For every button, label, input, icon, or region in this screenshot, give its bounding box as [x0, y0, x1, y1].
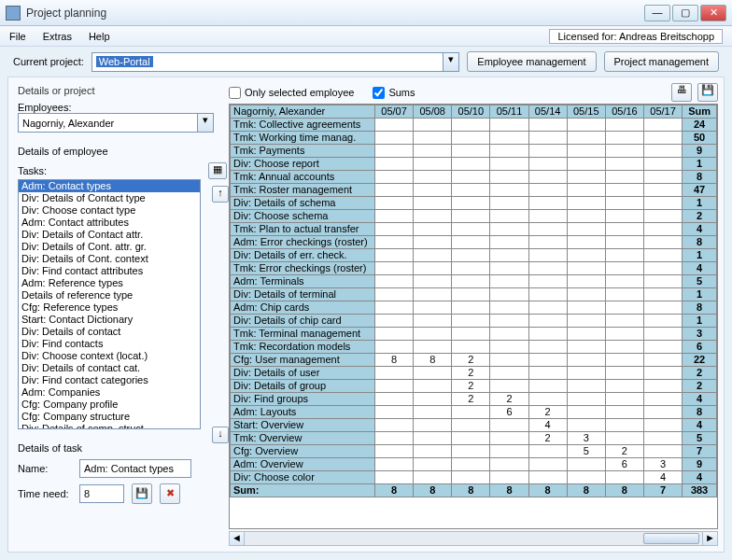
grid-cell[interactable] [643, 315, 682, 328]
grid-cell[interactable] [567, 249, 605, 262]
employee-management-button[interactable]: Employee management [467, 51, 596, 72]
grid-cell[interactable]: 5 [567, 445, 605, 458]
time-need-input[interactable] [79, 484, 124, 503]
grid-cell[interactable] [375, 223, 414, 236]
grid-cell[interactable]: 2 [452, 354, 490, 367]
grid-cell[interactable] [452, 275, 490, 288]
grid-cell[interactable] [452, 249, 490, 262]
grid-cell[interactable] [528, 288, 567, 301]
grid-cell[interactable] [414, 301, 452, 315]
grid-cell[interactable] [452, 171, 490, 184]
grid-cell[interactable] [528, 393, 567, 406]
grid-cell[interactable] [643, 223, 682, 236]
grid-cell[interactable] [567, 223, 605, 236]
grid-cell[interactable] [375, 158, 414, 171]
grid-cell[interactable] [605, 341, 643, 354]
task-item[interactable]: Adm: Companies [19, 386, 200, 399]
grid-cell[interactable] [643, 236, 682, 249]
grid-cell[interactable] [567, 275, 605, 288]
scroll-thumb[interactable] [643, 533, 699, 544]
grid-cell[interactable] [605, 471, 643, 484]
grid-cell[interactable] [643, 158, 682, 171]
grid-cell[interactable] [490, 210, 528, 223]
grid-cell[interactable] [375, 471, 414, 484]
grid-cell[interactable] [452, 328, 490, 341]
task-item[interactable]: Details of reference type [19, 289, 200, 301]
grid-cell[interactable] [375, 275, 414, 288]
grid-cell[interactable] [375, 419, 414, 432]
task-item[interactable]: Cfg: Company structure [19, 411, 200, 423]
grid-cell[interactable] [528, 315, 567, 328]
grid-cell[interactable] [528, 119, 567, 132]
grid-cell[interactable] [414, 210, 452, 223]
save-grid-button[interactable]: 💾 [697, 83, 718, 102]
grid-cell[interactable] [375, 184, 414, 197]
grid-cell[interactable] [452, 432, 490, 445]
grid-cell[interactable] [643, 288, 682, 301]
grid-cell[interactable] [375, 328, 414, 341]
grid-cell[interactable] [643, 184, 682, 197]
grid-cell[interactable] [528, 380, 567, 393]
grid-cell[interactable] [528, 210, 567, 223]
grid-cell[interactable] [528, 171, 567, 184]
grid-cell[interactable] [452, 236, 490, 249]
grid-cell[interactable] [452, 119, 490, 132]
grid-cell[interactable] [605, 236, 643, 249]
grid-cell[interactable] [643, 328, 682, 341]
grid-cell[interactable] [414, 471, 452, 484]
grid-cell[interactable] [605, 223, 643, 236]
grid-cell[interactable] [414, 288, 452, 301]
save-task-button[interactable]: 💾 [132, 483, 152, 504]
grid-cell[interactable] [528, 132, 567, 145]
grid-cell[interactable] [414, 458, 452, 471]
grid-cell[interactable] [528, 354, 567, 367]
maximize-button[interactable]: ▢ [672, 5, 698, 21]
grid-cell[interactable] [414, 380, 452, 393]
grid-cell[interactable] [528, 249, 567, 262]
grid-cell[interactable] [490, 341, 528, 354]
grid-cell[interactable] [490, 432, 528, 445]
grid-cell[interactable] [528, 445, 567, 458]
grid-cell[interactable]: 4 [528, 419, 567, 432]
grid-cell[interactable] [567, 406, 605, 419]
grid-cell[interactable] [414, 393, 452, 406]
grid-cell[interactable] [528, 223, 567, 236]
grid-cell[interactable] [643, 445, 682, 458]
grid-cell[interactable] [490, 380, 528, 393]
grid-cell[interactable] [490, 419, 528, 432]
scroll-right-button[interactable]: ► [702, 532, 717, 545]
task-item[interactable]: Div: Details of contact cat. [19, 362, 200, 374]
grid-cell[interactable] [605, 184, 643, 197]
grid-cell[interactable] [567, 380, 605, 393]
grid-cell[interactable] [605, 132, 643, 145]
grid-cell[interactable] [605, 145, 643, 158]
grid-cell[interactable] [490, 236, 528, 249]
menu-extras[interactable]: Extras [43, 31, 72, 42]
grid-cell[interactable] [605, 393, 643, 406]
grid-cell[interactable] [375, 210, 414, 223]
project-management-button[interactable]: Project management [604, 51, 720, 72]
grid-cell[interactable] [643, 197, 682, 210]
grid-cell[interactable] [567, 393, 605, 406]
grid-cell[interactable] [414, 275, 452, 288]
grid-cell[interactable] [605, 380, 643, 393]
delete-task-button[interactable]: ✖ [160, 483, 180, 504]
grid-cell[interactable] [643, 249, 682, 262]
grid-cell[interactable] [528, 471, 567, 484]
menu-file[interactable]: File [9, 31, 26, 42]
task-item[interactable]: Start: Contact Dictionary [19, 314, 200, 326]
grid-cell[interactable] [567, 315, 605, 328]
grid-cell[interactable] [490, 184, 528, 197]
task-item[interactable]: Div: Details of contact [19, 326, 200, 338]
grid-cell[interactable] [567, 419, 605, 432]
grid-cell[interactable] [643, 210, 682, 223]
sums-input[interactable] [373, 87, 385, 99]
grid-cell[interactable] [375, 367, 414, 380]
grid-cell[interactable] [490, 354, 528, 367]
task-item[interactable]: Adm: Contact attributes [19, 217, 200, 229]
grid-cell[interactable] [643, 393, 682, 406]
grid-cell[interactable] [375, 432, 414, 445]
grid-cell[interactable] [605, 262, 643, 275]
grid-cell[interactable] [567, 354, 605, 367]
grid-cell[interactable] [375, 119, 414, 132]
